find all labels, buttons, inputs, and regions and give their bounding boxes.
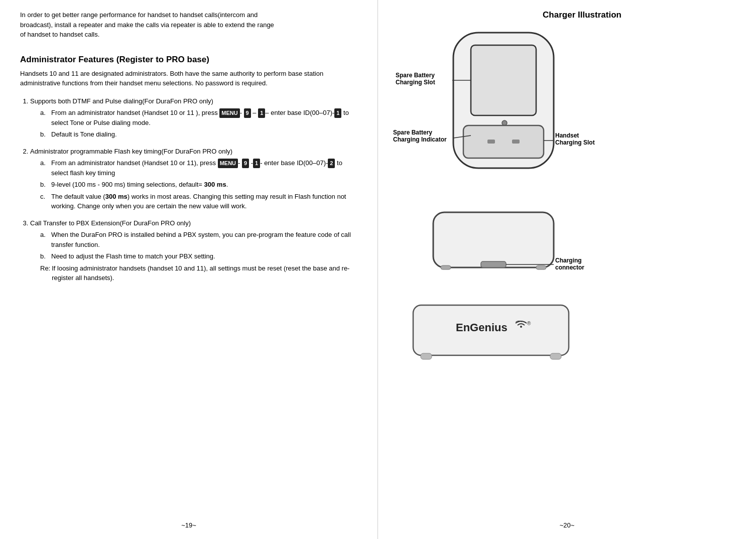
left-page: In order to get better range performance… <box>0 0 378 539</box>
sub-item-3re: Re: If loosing administrator handsets (h… <box>40 263 357 283</box>
svg-rect-11 <box>536 265 546 270</box>
charger-side-svg: Charging connector <box>393 202 604 293</box>
charger-top-svg: Spare Battery Charging Slot Spare Batter… <box>393 25 604 196</box>
charger-top-illustration: Spare Battery Charging Slot Spare Batter… <box>393 25 604 196</box>
sub-item-3b: b. Need to adjust the Flash time to matc… <box>40 251 357 261</box>
left-page-number: ~19~ <box>181 521 196 529</box>
spare-indicator-label-line1: Spare Battery <box>393 129 432 136</box>
list-item-1: Supports both DTMF and Pulse dialing(For… <box>30 96 357 140</box>
sub-item-3a: a. When the DuraFon PRO is installed beh… <box>40 230 357 249</box>
svg-rect-10 <box>441 265 451 270</box>
svg-rect-12 <box>481 261 506 267</box>
svg-point-2 <box>502 120 507 125</box>
charging-connector-label-line2: connector <box>555 264 584 271</box>
one-key-1a-2: 1 <box>334 108 341 118</box>
sub-item-1b: b. Default is Tone dialing. <box>40 129 357 140</box>
charger-logo-illustration: EnGenius ⁀ ® <box>408 300 589 375</box>
menu-key-2a: MENU <box>218 159 238 168</box>
nine-key-2a: 9 <box>242 159 249 168</box>
spare-indicator-label-line2: Charging Indicator <box>393 136 447 143</box>
intro-text: In order to get better range performance… <box>20 10 281 40</box>
admin-intro: Handsets 10 and 11 are designated admini… <box>20 69 357 88</box>
list-item-1-title: Supports both DTMF and Pulse dialing(For… <box>30 97 213 105</box>
menu-key-1a: MENU <box>219 108 239 118</box>
sub-list-3: a. When the DuraFon PRO is installed beh… <box>30 230 357 283</box>
list-item-2-title: Administrator programmable Flash key tim… <box>30 148 232 155</box>
one-key-1a: 1 <box>258 108 265 118</box>
spare-battery-label-line1: Spare Battery <box>396 72 435 79</box>
one-key-2a: 1 <box>253 159 260 168</box>
admin-title: Administrator Features (Register to PRO … <box>20 55 357 65</box>
charger-side-illustration: Charging connector <box>393 202 604 293</box>
sub-item-2c: c. The default value (300 ms) works in m… <box>40 192 357 211</box>
right-page-number: ~20~ <box>560 521 575 529</box>
two-key-2a: 2 <box>328 159 335 168</box>
sub-item-1a: a. From an administrator handset (Handse… <box>40 108 357 127</box>
engenius-logo-text: EnGenius <box>456 321 508 334</box>
nine-key-1a: 9 <box>244 108 251 118</box>
svg-rect-15 <box>421 353 432 359</box>
svg-point-17 <box>520 326 522 328</box>
list-item-2: Administrator programmable Flash key tim… <box>30 147 357 211</box>
charging-connector-label-line1: Charging <box>555 257 582 264</box>
handset-slot-label-line1: Handset <box>555 132 579 139</box>
svg-rect-3 <box>463 125 544 158</box>
svg-rect-1 <box>471 45 536 115</box>
sub-item-2a: a. From an administrator handset (Handse… <box>40 158 357 178</box>
handset-slot-label-line2: Charging Slot <box>555 139 595 146</box>
sub-list-1: a. From an administrator handset (Handse… <box>30 108 357 140</box>
svg-rect-16 <box>550 353 561 359</box>
svg-rect-4 <box>487 140 495 144</box>
list-item-3: Call Transfer to PBX Extension(For DuraF… <box>30 218 357 283</box>
charger-illustration-title: Charger Illustration <box>423 10 741 20</box>
svg-rect-9 <box>433 212 554 267</box>
registered-mark: ® <box>527 321 531 326</box>
charger-logo-svg: EnGenius ⁀ ® <box>408 300 579 370</box>
spare-battery-label-line2: Charging Slot <box>396 79 435 86</box>
main-list: Supports both DTMF and Pulse dialing(For… <box>20 96 357 283</box>
svg-rect-5 <box>512 140 520 144</box>
sub-item-2b: b. 9-level (100 ms - 900 ms) timing sele… <box>40 180 357 190</box>
list-item-3-title: Call Transfer to PBX Extension(For DuraF… <box>30 219 191 227</box>
sub-list-2: a. From an administrator handset (Handse… <box>30 158 357 211</box>
right-page: Charger Illustration <box>378 0 756 539</box>
